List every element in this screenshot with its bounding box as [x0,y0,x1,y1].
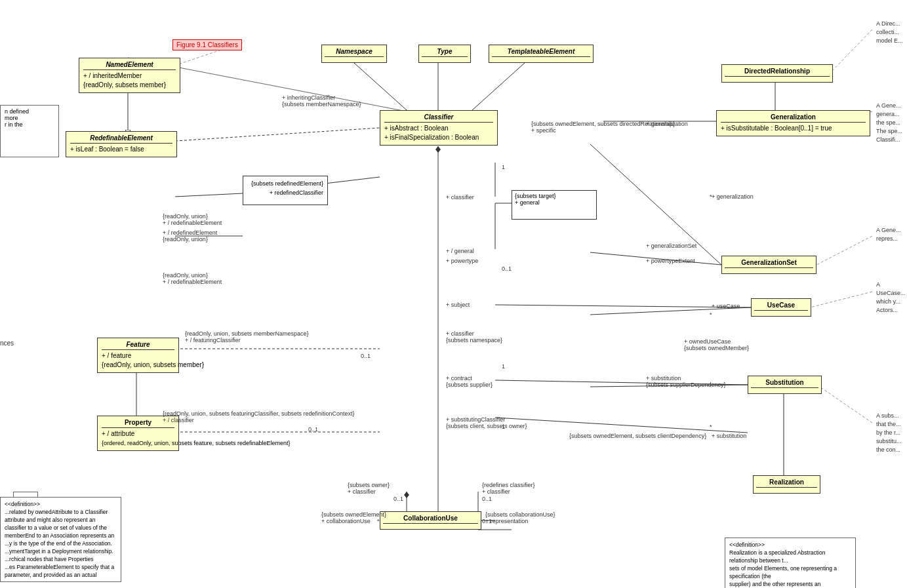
svg-line-9 [175,128,380,141]
label-star-gen: * [710,193,712,200]
label-classifier-namespace: + classifier{subsets namespace} [446,330,502,343]
generalization-title: Generalization [721,113,866,123]
label-01-collab: 0..1 [482,518,492,524]
label-subst-ownedElement: {subsets ownedElement, subsets clientDep… [569,433,706,439]
label-generalization: + generalization [646,121,688,127]
type-title: Type [422,48,468,57]
label-substitution: + substitution{subsets supplierDependenc… [646,375,726,388]
nces-label: nces [0,340,14,347]
generalization-box: Generalization + isSubstitutable : Boole… [716,110,870,136]
use-case-title: UseCase [754,302,808,311]
collaboration-use-box: CollaborationUse [380,511,481,530]
right-note-generalization: A Gene... genera... the spe... The spe..… [876,102,902,144]
right-note-directed: A Direc... collecti... model E... [876,20,903,45]
label-01-right: 0..1 [482,496,492,502]
label-inheriting-classifier: + inheritingClassifier{subsets memberNam… [282,94,361,108]
label-subject: + subject [446,302,470,308]
svg-line-7 [472,63,525,110]
left-note-1: n defined more r in the [0,105,59,157]
label-star-collab: * [377,518,380,524]
figure-label: Figure 9.1 Classifiers [172,39,242,50]
label-star-subst2: * [710,423,712,430]
label-subsets-owner: {subsets owner}+ classifier [348,482,390,495]
templateable-element-title: TemplateableElement [492,48,590,57]
feature-box: Feature + / feature {readOnly, union, su… [97,338,179,373]
templateable-element-box: TemplateableElement [489,45,594,63]
right-note-genset: A Gene... repres... [876,226,901,243]
right-note-usecase: A UseCase... which y... Actors... [876,281,907,315]
substitution-title: Substitution [751,379,818,388]
svg-line-5 [354,63,407,110]
directed-relationship-box: DirectedRelationship [721,64,833,83]
directed-relationship-title: DirectedRelationship [725,68,830,77]
label-01-attr: 0..1 [308,426,318,433]
label-star-uc: * [710,311,712,318]
named-element-box: NamedElement + / inheritedMember {readOn… [79,58,180,93]
generalization-set-box: GeneralizationSet [721,256,816,274]
label-redefines-classifier: {redefines classifier}+ classifier [482,482,535,495]
namespace-title: Namespace [325,48,384,57]
label-1-contract: 1 [502,363,505,370]
svg-line-27 [820,387,872,423]
label-1-subst: 1 [502,423,505,430]
use-case-box: UseCase [751,298,811,317]
realization-title: Realization [756,479,817,488]
collaboration-use-title: CollaborationUse [383,515,478,524]
right-note-substitution: A subs... that the... by the r... substi… [876,412,902,454]
generalization-set-title: GeneralizationSet [725,259,813,268]
svg-line-26 [810,292,872,307]
label-generalization-set: + generalizationSet [646,243,696,249]
feature-title: Feature [102,341,174,350]
label-readOnly-union2: {readOnly, union}+ / redefinableElement [163,272,222,285]
label-generalization2: + generalization [712,193,754,200]
label-01-powertype: 0..1 [502,265,512,272]
realization-definition-note: <<definition>> Realization is a speciali… [725,538,856,588]
label-subst2: + substitution [712,433,746,439]
svg-line-29 [175,193,243,197]
label-powertypeextent: + powertypeExtent [646,258,695,264]
svg-line-23 [830,29,872,73]
bottom-left-note: <<definition>> ...related by ownedAttrib… [0,497,121,582]
label-owned-usecase: + ownedUseCase{subsets ownedMember} [684,338,749,351]
redefined-classifier-box: {subsets redefinedElement} + redefinedCl… [243,176,328,205]
label-01-featuring: 0..1 [361,353,371,359]
redefinable-element-box: RedefinableElement + isLeaf : Boolean = … [66,131,177,157]
label-powertype: + powertype [446,258,478,264]
redefinable-element-title: RedefinableElement [70,134,172,144]
label-substituting-classifier: + substitutingClassifier{subsets client,… [446,416,527,429]
label-classifier: + classifier [446,194,474,201]
label-01-left: 0..1 [393,496,403,502]
named-element-title: NamedElement [83,61,176,70]
label-1-gen: 1 [502,164,505,170]
label-readOnly-union-redef: {readOnly, union, subsets featuringClass… [163,410,355,423]
label-subsets-collab: {subsets collaborationUse}+ representati… [485,511,555,524]
general-classifier-box: {subsets target} + general [512,190,597,220]
classifier-box: Classifier + isAbstract : Boolean + isFi… [380,110,498,146]
label-usecase: + useCase [712,303,740,309]
label-contract: + contract{subsets supplier} [446,375,493,388]
substitution-box: Substitution [748,376,822,394]
realization-box: Realization [753,475,820,494]
classifier-title: Classifier [384,113,493,123]
namespace-box: Namespace [321,45,387,63]
label-readOnly-union-ns: {readOnly, union, subsets memberNamespac… [185,330,308,343]
label-general: + / general [446,248,474,254]
label-redefined-element: + / redefinedElement{readOnly, union} [163,223,217,243]
svg-line-25 [816,236,872,265]
type-box: Type [418,45,471,63]
